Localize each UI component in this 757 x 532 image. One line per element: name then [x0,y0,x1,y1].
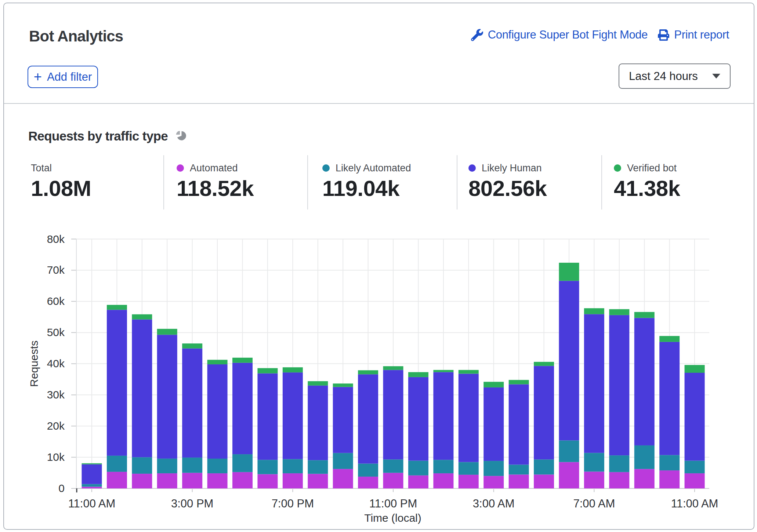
bar-segment[interactable] [232,363,253,454]
bar-segment[interactable] [634,445,655,469]
bar-segment[interactable] [609,315,629,455]
bar-segment[interactable] [333,387,353,453]
bar-segment[interactable] [433,370,453,372]
bar-segment[interactable] [534,366,554,459]
bar-segment[interactable] [182,458,202,473]
bar-segment[interactable] [107,456,127,472]
bar-segment[interactable] [182,349,202,458]
bar-segment[interactable] [333,453,353,469]
bar-segment[interactable] [559,462,579,488]
bar-segment[interactable] [459,462,479,474]
bar-segment[interactable] [659,470,680,488]
bar-segment[interactable] [107,310,127,456]
bar-segment[interactable] [408,475,428,488]
bar-segment[interactable] [509,474,529,488]
bar-segment[interactable] [132,457,152,474]
bar-segment[interactable] [308,381,328,386]
bar-segment[interactable] [459,370,479,374]
bar-segment[interactable] [659,342,680,455]
bar-segment[interactable] [82,463,102,464]
bar-segment[interactable] [509,464,529,474]
bar-segment[interactable] [182,343,202,349]
bar-segment[interactable] [584,314,604,453]
bar-segment[interactable] [584,471,604,488]
bar-segment[interactable] [333,469,353,488]
bar-segment[interactable] [283,367,303,372]
bar-segment[interactable] [283,459,303,473]
bar-segment[interactable] [358,464,378,477]
bar-segment[interactable] [157,459,177,473]
bar-segment[interactable] [232,472,253,488]
bar-segment[interactable] [132,320,152,458]
bar-segment[interactable] [308,460,328,474]
bar-segment[interactable] [584,308,604,314]
bar-segment[interactable] [534,362,554,366]
bar-segment[interactable] [534,459,554,474]
bar-segment[interactable] [107,305,127,310]
bar-segment[interactable] [584,453,604,471]
bar-segment[interactable] [358,370,378,374]
bar-segment[interactable] [257,374,278,460]
bar-segment[interactable] [459,475,479,488]
bar-segment[interactable] [459,374,479,462]
bar-segment[interactable] [383,473,403,488]
configure-super-bot-fight-mode-link[interactable]: Configure Super Bot Fight Mode [471,28,648,41]
bar-segment[interactable] [82,464,102,484]
requests-by-traffic-type-chart[interactable]: 010k20k30k40k50k60k70k80k11:00 AM3:00 PM… [0,220,757,532]
bar-segment[interactable] [433,372,453,460]
print-report-link[interactable]: Print report [658,28,729,41]
bar-segment[interactable] [283,473,303,488]
bar-segment[interactable] [82,487,102,489]
bar-segment[interactable] [685,473,705,488]
bar-segment[interactable] [358,477,378,488]
bar-segment[interactable] [132,314,152,320]
bar-segment[interactable] [408,461,428,475]
bar-segment[interactable] [257,460,278,474]
bar-segment[interactable] [283,372,303,459]
bar-segment[interactable] [509,380,529,385]
bar-segment[interactable] [534,474,554,488]
add-filter-button[interactable]: + Add filter [28,66,98,88]
bar-segment[interactable] [383,366,403,370]
bar-segment[interactable] [157,335,177,459]
bar-segment[interactable] [82,484,102,487]
bar-segment[interactable] [634,469,655,488]
bar-segment[interactable] [383,459,403,473]
bar-segment[interactable] [207,473,228,488]
bar-segment[interactable] [559,281,579,440]
bar-segment[interactable] [207,364,228,459]
bar-segment[interactable] [257,474,278,488]
bar-segment[interactable] [483,387,504,461]
bar-segment[interactable] [685,373,705,461]
bar-segment[interactable] [308,474,328,489]
bar-segment[interactable] [157,473,177,488]
bar-segment[interactable] [207,459,228,473]
bar-segment[interactable] [433,460,453,473]
bar-segment[interactable] [408,377,428,461]
bar-segment[interactable] [182,473,202,488]
bar-segment[interactable] [559,440,579,462]
bar-segment[interactable] [659,336,680,342]
bar-segment[interactable] [408,372,428,377]
bar-segment[interactable] [634,318,655,445]
bar-segment[interactable] [433,473,453,488]
bar-segment[interactable] [559,263,579,281]
bar-segment[interactable] [207,360,228,364]
bar-segment[interactable] [509,384,529,464]
bar-segment[interactable] [157,329,177,335]
bar-segment[interactable] [483,461,504,476]
bar-segment[interactable] [609,455,629,472]
time-range-select[interactable]: Last 24 hours [619,63,731,89]
bar-segment[interactable] [132,474,152,488]
bar-segment[interactable] [659,455,680,470]
bar-segment[interactable] [232,454,253,472]
bar-segment[interactable] [308,386,328,460]
bar-segment[interactable] [232,358,253,363]
bar-segment[interactable] [609,309,629,315]
bar-segment[interactable] [609,472,629,488]
bar-segment[interactable] [257,368,278,373]
bar-segment[interactable] [107,472,127,488]
bar-segment[interactable] [685,365,705,373]
bar-segment[interactable] [358,374,378,463]
bar-segment[interactable] [333,383,353,387]
